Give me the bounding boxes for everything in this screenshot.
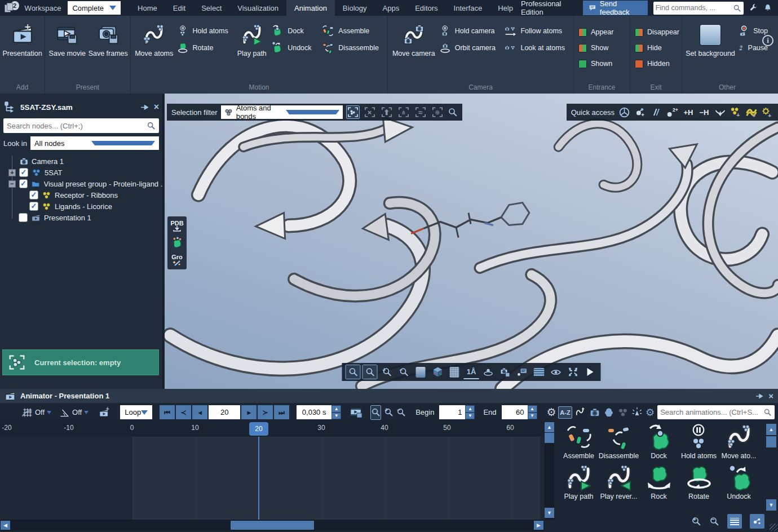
info-icon[interactable]: i xyxy=(762,35,773,46)
menu-select[interactable]: Select xyxy=(193,0,229,16)
move-atoms-button[interactable]: Move atoms xyxy=(133,20,175,57)
current-frame-field[interactable]: 20 xyxy=(209,405,240,419)
filter-effects-icon[interactable] xyxy=(631,407,643,418)
menu-apps[interactable]: Apps xyxy=(375,0,408,16)
filter-molecule-icon[interactable] xyxy=(603,407,615,418)
zoom-select-icon[interactable] xyxy=(346,365,361,379)
hide-button[interactable]: Hide xyxy=(633,42,682,54)
tree-item-ligands[interactable]: ✓ Ligands - Licorice xyxy=(0,201,162,212)
gro-wand-button[interactable]: Gro ✦✦ xyxy=(169,252,185,267)
angle-snap-control[interactable]: Off xyxy=(59,407,89,418)
close-icon[interactable]: × xyxy=(768,391,773,401)
close-icon[interactable]: × xyxy=(154,102,159,112)
timeline-horizontal-scrollbar[interactable]: ◀ ▶ xyxy=(0,520,544,531)
play-icon[interactable] xyxy=(582,365,598,379)
palette-item-play-path[interactable]: Play path xyxy=(559,464,599,500)
search-animations-box[interactable] xyxy=(657,405,775,419)
notifications-bell-icon[interactable] xyxy=(763,3,772,13)
palette-item-dock[interactable]: Dock xyxy=(639,424,679,460)
filter-path-icon[interactable]: + xyxy=(575,407,586,418)
palette-graph-view-button[interactable] xyxy=(750,514,764,529)
preferences-wrench-icon[interactable] xyxy=(749,3,758,13)
save-frames-button[interactable]: Save frames xyxy=(89,20,129,57)
viewport-3d[interactable]: Selection filter Atoms and bonds × ⬆ ⋔ ≈… xyxy=(165,94,778,389)
search-nodes-input[interactable] xyxy=(7,122,147,130)
tree-item-camera[interactable]: Camera 1 xyxy=(0,156,162,167)
playhead-frame-badge[interactable]: 20 xyxy=(249,422,268,436)
tree-item-presentation[interactable]: Presentation 1 xyxy=(0,212,162,223)
play-path-button[interactable]: Play path xyxy=(235,20,269,57)
rotate-button[interactable]: Rotate xyxy=(175,42,235,54)
filter-molecule-dim-icon[interactable] xyxy=(617,407,629,418)
navigation-wheel-icon[interactable] xyxy=(618,105,630,119)
pin-icon[interactable] xyxy=(755,392,764,401)
palette-item-assemble[interactable]: Assemble xyxy=(559,424,599,460)
menu-edit[interactable]: Edit xyxy=(165,0,193,16)
look-at-atoms-button[interactable]: Look at atoms xyxy=(502,42,571,54)
expander-plus-icon[interactable]: + xyxy=(8,169,16,176)
tree-item-5sat[interactable]: + ✓ 5SAT xyxy=(0,167,162,178)
scroll-right-button[interactable]: ▶ xyxy=(534,521,543,530)
dock-tool-button[interactable] xyxy=(169,236,185,250)
show-button[interactable]: Show xyxy=(576,42,616,54)
eye-icon[interactable] xyxy=(549,365,564,379)
appear-button[interactable]: Appear xyxy=(576,26,616,38)
find-commands-box[interactable] xyxy=(653,2,744,15)
zoom-region-icon[interactable] xyxy=(363,365,378,379)
expander-minus-icon[interactable]: − xyxy=(8,180,16,188)
menu-visualization[interactable]: Visualization xyxy=(229,0,286,16)
add-to-selection-button[interactable]: ⊕ xyxy=(431,105,444,119)
scroll-thumb[interactable] xyxy=(231,521,314,530)
disappear-button[interactable]: Disappear xyxy=(633,26,682,38)
undock-button[interactable]: Undock xyxy=(269,42,320,54)
orbit-camera-button[interactable]: Orbit camera xyxy=(437,42,502,54)
fullscreen-icon[interactable] xyxy=(565,365,581,379)
add-keyframe-button[interactable]: + xyxy=(98,406,112,419)
save-movie-button[interactable]: Save movie xyxy=(47,20,87,57)
tree-item-receptor[interactable]: ✓ Receptor - Ribbons xyxy=(0,189,162,201)
presentation-button[interactable]: + Presentation xyxy=(2,20,42,57)
timeline-zoom-out-button[interactable]: − xyxy=(396,405,406,420)
follow-atoms-button[interactable]: Follow atoms xyxy=(502,25,571,37)
hidden-button[interactable]: Hidden xyxy=(633,57,682,70)
select-connected-button[interactable]: ⋔ xyxy=(397,105,410,119)
timeline-tracks[interactable] xyxy=(0,437,544,520)
scroll-thumb[interactable] xyxy=(766,436,776,447)
assemble-button[interactable]: Assemble xyxy=(320,25,385,37)
sort-az-button[interactable]: A-Z xyxy=(558,406,572,419)
zoom-out-icon[interactable]: − xyxy=(396,365,412,379)
remove-hydrogens-button[interactable]: −H xyxy=(698,105,710,119)
menu-help[interactable]: Help xyxy=(490,0,521,16)
next-keyframe-button[interactable]: ≻ xyxy=(258,405,273,419)
add-hydrogens-button[interactable]: +H xyxy=(682,105,695,119)
bond-order-icon[interactable] xyxy=(649,105,662,119)
palette-item-rotate[interactable]: Rotate xyxy=(679,464,719,500)
pdb-download-button[interactable]: PDB xyxy=(169,219,185,233)
scroll-down-button[interactable]: ▼ xyxy=(545,508,554,518)
set-background-button[interactable]: Set background xyxy=(684,20,736,57)
palette-item-rock[interactable]: Rock xyxy=(639,464,679,500)
filter-camera-icon[interactable] xyxy=(589,407,600,418)
scroll-down-button[interactable]: ▼ xyxy=(766,499,776,511)
search-icon[interactable] xyxy=(448,107,458,117)
menu-animation[interactable]: Animation xyxy=(286,0,335,16)
palette-zoom-in-icon[interactable]: + xyxy=(691,516,701,526)
move-camera-button[interactable]: Move camera xyxy=(390,20,437,57)
timeline-zoom-in-button[interactable]: + xyxy=(384,405,394,420)
select-similar-button[interactable]: ≈ xyxy=(414,105,427,119)
pin-icon[interactable] xyxy=(140,103,149,112)
orientation-cube-icon[interactable] xyxy=(430,365,445,379)
search-nodes-box[interactable] xyxy=(3,118,159,133)
palette-item-play-reverse[interactable]: Play rever... xyxy=(599,464,639,500)
checkbox-unchecked[interactable] xyxy=(19,213,28,222)
minimize-icon[interactable] xyxy=(714,105,726,119)
menu-editors[interactable]: Editors xyxy=(407,0,445,16)
shown-button[interactable]: Shown xyxy=(576,57,616,70)
add-simulator-icon[interactable]: + xyxy=(761,105,773,119)
resize-grip[interactable] xyxy=(770,524,777,531)
disassemble-button[interactable]: Disassemble xyxy=(320,42,385,54)
snapshot-camera-icon[interactable] xyxy=(498,365,513,379)
checkbox-checked[interactable]: ✓ xyxy=(29,190,38,200)
add-group-icon[interactable]: + xyxy=(730,105,742,119)
timeline-ruler[interactable]: -20 -10 0 10 20 30 40 50 60 xyxy=(0,422,544,437)
